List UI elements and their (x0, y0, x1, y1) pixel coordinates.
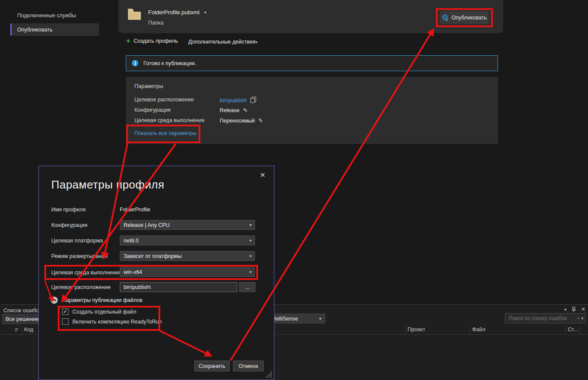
target-framework-dropdown-value: net8.0 (124, 238, 139, 244)
deploy-mode-dropdown-value: Зависит от платформы (124, 253, 182, 259)
edit-runtime-pencil-icon[interactable]: ✎ (258, 117, 263, 124)
configuration-dropdown[interactable]: Release | Any CPU ▾ (120, 220, 255, 230)
column-line[interactable]: Ст... (568, 327, 578, 333)
single-file-checkbox-label: Создать отдельный файл (72, 309, 136, 315)
deploy-mode-caret-icon: ▾ (249, 254, 252, 258)
connected-services-label[interactable]: Подключенные службы (17, 13, 76, 19)
publish-button-label: Опубликовать (451, 15, 487, 21)
profile-name-label: Имя профиля (51, 207, 86, 213)
target-runtime-dropdown-value: win-x64 (124, 269, 142, 275)
copy-icon[interactable] (250, 97, 256, 104)
pin-icon[interactable] (572, 307, 576, 312)
configuration-label: Конфигурация (134, 107, 171, 113)
chevron-up-circle-icon (50, 296, 58, 304)
error-search-box[interactable]: ▾ (505, 313, 586, 323)
create-profile-label: Создать профиль (134, 38, 178, 44)
dialog-target-location-label: Целевое расположение (51, 284, 111, 290)
panel-close-icon[interactable]: ✕ (581, 306, 585, 312)
panel-menu-caret-icon[interactable]: ▾ (564, 307, 566, 312)
plus-icon: + (126, 38, 130, 44)
runtime-label: Целевая среда выполнения (134, 117, 204, 123)
target-framework-label: Целевая платформа (51, 238, 103, 244)
show-all-parameters-link[interactable]: Показать все параметры (134, 130, 196, 136)
error-list-title: Список ошибок (3, 308, 42, 314)
sidebar-item-publish[interactable]: Опубликовать (10, 23, 99, 36)
browse-button[interactable]: ... (239, 282, 255, 292)
configuration-dropdown-value: Release | Any CPU (124, 222, 170, 228)
info-icon (132, 60, 138, 66)
profile-settings-dialog: ✕ Параметры профиля Имя профиля FolderPr… (38, 166, 274, 380)
column-project[interactable]: Проект (408, 327, 425, 333)
runtime-value: Переносимый (220, 118, 255, 124)
deploy-mode-dropdown[interactable]: Зависит от платформы ▾ (120, 251, 255, 261)
error-search-input[interactable] (505, 315, 577, 321)
target-runtime-dropdown[interactable]: win-x64 ▾ (120, 267, 255, 277)
profile-file-name: FolderProfile.pubxml (148, 9, 199, 16)
save-button[interactable]: Сохранить (194, 361, 230, 371)
edit-configuration-pencil-icon[interactable]: ✎ (243, 107, 248, 113)
profile-dropdown-caret-icon[interactable]: ▾ (204, 10, 206, 15)
target-location-label: Целевое расположение (134, 97, 194, 103)
status-message: Готово к публикации. (143, 60, 196, 66)
profile-name-value: FolderProfile (120, 207, 150, 213)
profile-type-label: Папка (148, 20, 163, 26)
dialog-title: Параметры профиля (51, 178, 164, 192)
search-icon[interactable] (577, 316, 579, 321)
readytorun-checkbox-row[interactable]: Включить компиляцию ReadyToRun (62, 318, 162, 325)
target-runtime-caret-icon: ▾ (249, 270, 252, 274)
sidebar-item-label: Опубликовать (17, 27, 53, 33)
single-file-checkbox[interactable]: ✓ (62, 308, 68, 315)
publish-button[interactable]: Опубликовать (440, 11, 488, 24)
scope-filter-label: Все решение (6, 316, 39, 322)
target-framework-dropdown[interactable]: net8.0 ▾ (120, 236, 255, 245)
file-publish-options-expander[interactable]: Параметры публикации файлов (50, 296, 143, 304)
folder-icon (128, 7, 141, 20)
create-profile-button[interactable]: + Создать профиль (126, 38, 178, 44)
readytorun-checkbox-label: Включить компиляцию ReadyToRun (72, 319, 162, 325)
parameters-card-title: Параметры (134, 83, 163, 89)
deploy-mode-label: Режим развертывания (51, 253, 107, 259)
more-actions-menu[interactable]: Дополнительные действия (188, 39, 255, 45)
column-code[interactable]: Код (24, 327, 33, 333)
configuration-value: Release (220, 107, 240, 113)
readytorun-checkbox[interactable] (62, 318, 68, 325)
dialog-runtime-label: Целевая среда выполнения (51, 270, 121, 276)
target-location-link[interactable]: bin\publish\ (220, 97, 247, 104)
sort-icon (15, 328, 19, 332)
more-actions-caret-icon: ▾ (255, 40, 258, 44)
file-publish-options-label: Параметры публикации файлов (62, 297, 143, 303)
cancel-button[interactable]: Отмена (233, 361, 264, 371)
column-file[interactable]: Файл (472, 327, 485, 333)
configuration-caret-icon: ▾ (249, 223, 252, 227)
scope-filter-dropdown[interactable]: Все решение (2, 314, 44, 324)
publish-globe-icon (442, 14, 449, 21)
intellisense-caret-icon: ▾ (319, 316, 321, 321)
target-location-input[interactable] (120, 282, 237, 292)
dialog-configuration-label: Конфигурация (51, 222, 87, 228)
target-framework-caret-icon: ▾ (249, 238, 252, 243)
dialog-close-icon[interactable]: ✕ (260, 171, 265, 179)
selection-accent-bar (10, 23, 12, 36)
resize-grip[interactable] (266, 371, 273, 378)
single-file-checkbox-row[interactable]: ✓ Создать отдельный файл (62, 308, 136, 315)
search-options-caret-icon[interactable]: ▾ (581, 316, 583, 320)
ready-to-publish-banner: Готово к публикации. (126, 55, 498, 71)
